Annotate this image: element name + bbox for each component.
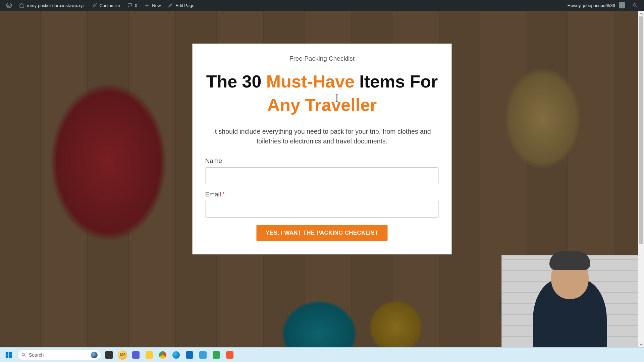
vertical-scrollbar[interactable]: [638, 11, 644, 347]
email-input[interactable]: [205, 201, 439, 218]
subhead-text: It should include everything you need to…: [205, 127, 439, 146]
wp-howdy[interactable]: Howdy, jebepacupu6536: [564, 0, 629, 11]
brush-icon: [92, 2, 98, 8]
avatar-icon: [619, 2, 625, 8]
search-icon: [632, 2, 638, 8]
headline-accent: Must-Have: [266, 72, 355, 91]
label-text: Name: [205, 157, 222, 165]
signup-form: Name Email * YES, I WANT THE PACKING CHE…: [205, 157, 439, 241]
webcam-overlay: [501, 255, 638, 347]
edit-page-text: Edit Page: [175, 3, 194, 8]
taskbar-app-green[interactable]: [211, 349, 222, 361]
site-name-text: romy-pocket-duro.instawp.xyz: [27, 3, 85, 8]
pencil-icon: [167, 2, 173, 8]
weather-temp: 30°: [118, 350, 127, 360]
new-text: New: [152, 3, 161, 8]
svg-rect-23: [9, 352, 12, 354]
taskbar-camtasia[interactable]: [224, 349, 235, 361]
wp-comments[interactable]: 0: [123, 0, 141, 11]
taskbar-notepad[interactable]: [197, 349, 209, 361]
name-input[interactable]: [205, 167, 439, 184]
search-placeholder: Search: [29, 352, 44, 358]
text-caret-icon: [337, 95, 337, 102]
plus-icon: [144, 2, 150, 8]
bing-chat-icon[interactable]: [91, 352, 98, 358]
label-text: Email: [205, 191, 221, 198]
start-button[interactable]: [2, 349, 15, 361]
wp-logo-menu[interactable]: [3, 0, 15, 11]
submit-button[interactable]: YES, I WANT THE PACKING CHECKLIST: [256, 225, 387, 241]
email-label: Email *: [205, 191, 439, 198]
svg-point-21: [633, 4, 636, 6]
howdy-text: Howdy, jebepacupu6536: [568, 3, 615, 8]
task-view-button[interactable]: [103, 349, 115, 361]
headline: The 30 Must-Have Items For Any Traveller: [205, 70, 439, 117]
wordpress-logo-icon: [6, 2, 12, 8]
taskbar-search[interactable]: Search: [17, 350, 101, 360]
scroll-up-icon[interactable]: [638, 11, 644, 16]
wp-new[interactable]: New: [141, 0, 164, 11]
scroll-track[interactable]: [638, 16, 644, 342]
wp-site-name[interactable]: romy-pocket-duro.instawp.xyz: [15, 0, 88, 11]
svg-rect-25: [9, 355, 12, 358]
scroll-down-icon[interactable]: [638, 342, 644, 347]
eyebrow-text: Free Packing Checklist: [205, 55, 439, 62]
taskbar-app[interactable]: [130, 349, 142, 361]
name-label: Name: [205, 157, 439, 165]
wp-admin-bar: romy-pocket-duro.instawp.xyz Customize 0…: [0, 0, 644, 11]
headline-part: Items For: [355, 72, 438, 91]
taskbar-chrome[interactable]: [157, 349, 168, 361]
weather-pill[interactable]: 30°: [117, 349, 128, 361]
taskbar-edge[interactable]: [170, 349, 182, 361]
scroll-thumb[interactable]: [639, 16, 643, 244]
comment-icon: [127, 2, 133, 8]
lead-card: Free Packing Checklist The 30 Must-Have …: [193, 44, 452, 254]
page-viewport: romy-pocket-duro.instawp.xyz Customize 0…: [0, 0, 644, 347]
wp-edit-page[interactable]: Edit Page: [164, 0, 198, 11]
svg-rect-24: [6, 355, 8, 358]
home-icon: [19, 2, 25, 8]
wp-customize[interactable]: Customize: [88, 0, 123, 11]
wp-search[interactable]: [629, 0, 641, 11]
svg-rect-22: [6, 352, 8, 354]
required-marker: *: [222, 191, 225, 198]
comments-count: 0: [135, 3, 137, 8]
headline-accent: Any Traveller: [267, 95, 377, 115]
headline-part: The 30: [206, 72, 266, 91]
taskbar-outlook[interactable]: [184, 349, 195, 361]
svg-point-26: [22, 353, 25, 356]
taskbar-file-explorer[interactable]: [144, 349, 155, 361]
presenter-silhouette: [533, 279, 607, 347]
windows-taskbar: Search 30°: [0, 347, 644, 362]
customize-text: Customize: [100, 3, 120, 8]
